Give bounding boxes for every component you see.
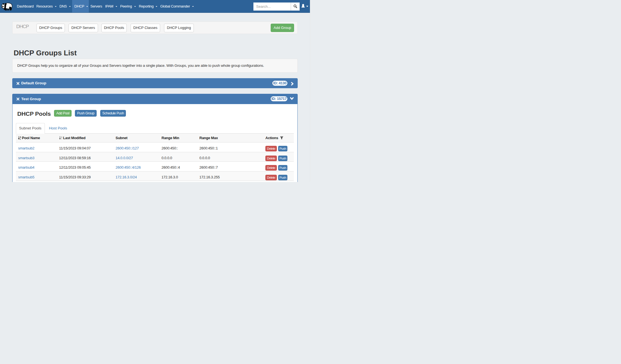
svg-text:z: z <box>20 138 21 140</box>
